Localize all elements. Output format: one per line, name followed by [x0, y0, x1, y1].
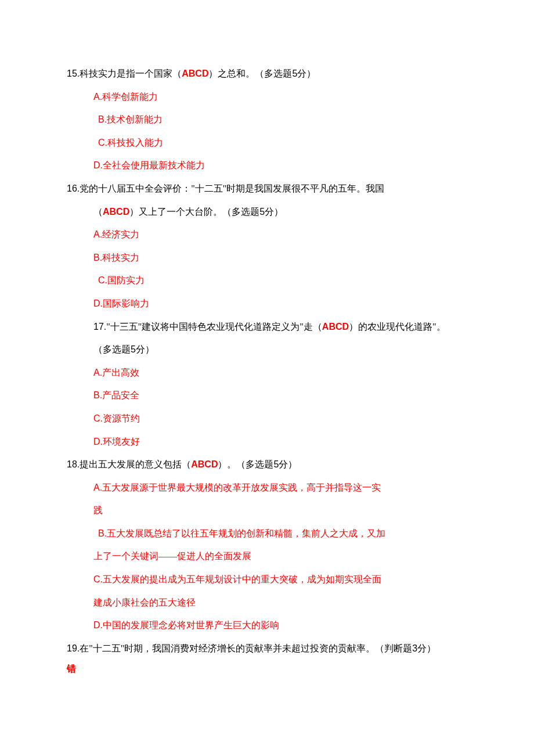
option-text: 国际影响力	[103, 298, 149, 308]
points-number: 5	[131, 344, 136, 354]
option-C: C.资源节约	[93, 411, 467, 426]
question-19-stem: 19.在"十二五"时期，我国消费对经济增长的贡献率并未超过投资的贡献率。（判断题…	[67, 641, 467, 656]
option-text-line2: 建成小康社会的五大途径	[93, 597, 196, 607]
option-letter: D.	[93, 620, 103, 630]
option-D: D.中国的发展理念必将对世界产生巨大的影响	[93, 618, 467, 633]
option-text: 技术创新能力	[107, 114, 163, 124]
question-16-stem-line1: 16.党的十八届五中全会评价："十二五"时期是我国发展很不平凡的五年。我国	[67, 181, 467, 196]
question-number: 17.	[93, 322, 106, 332]
stem-text-before: 提出五大发展的意义包括（	[80, 459, 191, 469]
option-text: 资源节约	[103, 413, 140, 423]
option-text: 国防实力	[107, 275, 145, 285]
question-17-options: A.产出高效 B.产品安全 C.资源节约 D.环境友好	[67, 365, 467, 449]
option-text: 中国的发展理念必将对世界产生巨大的影响	[103, 620, 279, 630]
option-C: C.五大发展的提出成为五年规划设计中的重大突破，成为如期实现全面	[93, 572, 467, 587]
tf-answer: 错	[67, 661, 467, 676]
option-C: C.科技投入能力	[93, 135, 467, 150]
option-text: 科技实力	[102, 253, 139, 262]
option-letter: C.	[93, 413, 103, 423]
points-suffix: 分）	[417, 643, 436, 653]
option-A: A.五大发展源于世界最大规模的改革开放发展实践，高于并指导这一实	[93, 480, 467, 495]
option-B: B.五大发展既总结了以往五年规划的创新和精髓，集前人之大成，又加	[93, 526, 467, 541]
option-letter: A.	[93, 92, 102, 102]
option-text-line1: 五大发展的提出成为五年规划设计中的重大突破，成为如期实现全面	[103, 574, 381, 584]
question-17-stem-line1: 17."十三五"建议将中国特色农业现代化道路定义为"走（ABCD）的农业现代化道…	[67, 319, 467, 334]
option-C: C.国防实力	[93, 273, 467, 288]
option-text: 产品安全	[102, 390, 139, 400]
option-letter: C.	[98, 138, 107, 147]
option-text-line2: 践	[93, 505, 103, 515]
option-B: B.产品安全	[93, 388, 467, 403]
option-B: B.科技实力	[93, 250, 467, 265]
stem-text-after: ）又上了一个大台阶。（多选题	[129, 207, 259, 217]
stem-text-before: 科技实力是指一个国家（	[80, 69, 182, 78]
option-letter: B.	[98, 528, 107, 538]
question-15-options: A.科学创新能力 B.技术创新能力 C.科技投入能力 D.全社会使用最新技术能力	[67, 89, 467, 173]
option-text-line1: 五大发展既总结了以往五年规划的创新和精髓，集前人之大成，又加	[107, 528, 385, 538]
question-number: 18.	[67, 459, 80, 469]
stem-line2-before: （多选题	[93, 344, 131, 354]
option-D: D.全社会使用最新技术能力	[93, 158, 467, 173]
answer-key: ABCD	[182, 69, 208, 78]
question-16-options: A.经济实力 B.科技实力 C.国防实力 D.国际影响力	[67, 227, 467, 311]
option-letter: C.	[93, 574, 103, 584]
stem-text-before: "十三五"建议将中国特色农业现代化道路定义为"走（	[106, 322, 322, 332]
option-text: 经济实力	[102, 229, 139, 239]
question-number: 19.	[67, 643, 80, 653]
option-text: 产出高效	[102, 368, 139, 377]
question-15: 15.科技实力是指一个国家（ABCD）之总和。（多选题5分） A.科学创新能力 …	[67, 66, 467, 173]
option-text: 全社会使用最新技术能力	[103, 160, 205, 170]
option-A-cont: 践	[93, 503, 467, 518]
option-D: D.环境友好	[93, 434, 467, 449]
option-D: D.国际影响力	[93, 296, 467, 311]
option-letter: B.	[98, 114, 107, 124]
question-number: 15.	[67, 69, 80, 78]
document-page: 15.科技实力是指一个国家（ABCD）之总和。（多选题5分） A.科学创新能力 …	[0, 0, 534, 715]
points-suffix: 分）	[265, 207, 283, 217]
question-18: 18.提出五大发展的意义包括（ABCD）。（多选题5分） A.五大发展源于世界最…	[67, 457, 467, 633]
option-text: 科技投入能力	[107, 138, 163, 147]
option-letter: D.	[93, 437, 103, 447]
option-text: 环境友好	[103, 437, 140, 447]
option-letter: D.	[93, 298, 103, 308]
question-19: 19.在"十二五"时期，我国消费对经济增长的贡献率并未超过投资的贡献率。（判断题…	[67, 641, 467, 676]
points-suffix: 分）	[279, 459, 297, 469]
stem-text: 在"十二五"时期，我国消费对经济增长的贡献率并未超过投资的贡献率。（判断题	[80, 643, 412, 653]
question-17: 17."十三五"建议将中国特色农业现代化道路定义为"走（ABCD）的农业现代化道…	[67, 319, 467, 449]
question-18-options: A.五大发展源于世界最大规模的改革开放发展实践，高于并指导这一实 践 B.五大发…	[67, 480, 467, 633]
question-16: 16.党的十八届五中全会评价："十二五"时期是我国发展很不平凡的五年。我国 （A…	[67, 181, 467, 311]
answer-key: ABCD	[191, 459, 218, 469]
stem-text-after: ）。（多选题	[218, 459, 273, 469]
question-number: 16.	[67, 183, 80, 193]
points-suffix: 分）	[297, 69, 316, 78]
answer-key: ABCD	[103, 207, 129, 217]
points-number: 5	[259, 207, 265, 217]
option-letter: A.	[93, 229, 102, 239]
option-B-cont: 上了一个关键词——促进人的全面发展	[93, 549, 467, 564]
question-15-stem: 15.科技实力是指一个国家（ABCD）之总和。（多选题5分）	[67, 66, 467, 81]
option-text-line2: 上了一个关键词——促进人的全面发展	[93, 551, 251, 561]
points-suffix: 分）	[136, 344, 154, 354]
option-text: 科学创新能力	[102, 92, 158, 102]
stem-text-after: ）之总和。（多选题	[208, 69, 292, 78]
stem-text-line1: 党的十八届五中全会评价："十二五"时期是我国发展很不平凡的五年。我国	[80, 183, 384, 193]
answer-key: ABCD	[322, 322, 349, 332]
option-letter: B.	[93, 253, 102, 262]
option-C-cont: 建成小康社会的五大途径	[93, 595, 467, 610]
option-B: B.技术创新能力	[93, 112, 467, 127]
question-17-stem-line2: （多选题5分）	[67, 342, 467, 357]
option-text-line1: 五大发展源于世界最大规模的改革开放发展实践，高于并指导这一实	[102, 483, 381, 492]
option-A: A.科学创新能力	[93, 89, 467, 105]
option-letter: D.	[93, 160, 103, 170]
stem-text-after: ）的农业现代化道路"。	[349, 322, 446, 332]
option-letter: B.	[93, 390, 102, 400]
option-letter: A.	[93, 483, 102, 492]
option-letter: A.	[93, 368, 102, 377]
question-16-stem-line2: （ABCD）又上了一个大台阶。（多选题5分）	[67, 204, 467, 219]
points-number: 3	[412, 643, 417, 653]
option-letter: C.	[98, 275, 107, 285]
question-18-stem: 18.提出五大发展的意义包括（ABCD）。（多选题5分）	[67, 457, 467, 472]
option-A: A.产出高效	[93, 365, 467, 380]
stem-text-before: （	[93, 207, 103, 217]
option-A: A.经济实力	[93, 227, 467, 242]
